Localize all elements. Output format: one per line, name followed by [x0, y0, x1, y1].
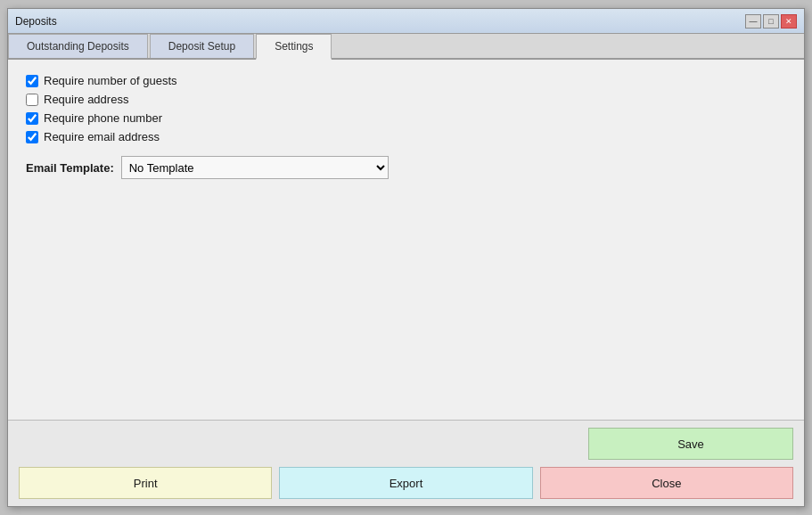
close-window-button[interactable]: ✕ — [781, 14, 797, 29]
tab-bar: Outstanding Deposits Deposit Setup Setti… — [8, 34, 804, 60]
footer-area: Save Print Export Close — [8, 420, 804, 506]
title-bar-buttons: — □ ✕ — [745, 14, 797, 29]
require-phone-checkbox[interactable] — [26, 112, 38, 125]
bottom-buttons: Print Export Close — [19, 467, 793, 499]
export-button[interactable]: Export — [279, 467, 532, 499]
minimize-button[interactable]: — — [745, 14, 761, 29]
require-phone-label: Require phone number — [44, 111, 162, 125]
require-email-checkbox[interactable] — [26, 131, 38, 143]
tab-deposit-setup[interactable]: Deposit Setup — [150, 34, 254, 58]
save-row: Save — [19, 428, 793, 460]
require-guests-row: Require number of guests — [26, 74, 786, 87]
tab-outstanding-deposits[interactable]: Outstanding Deposits — [8, 34, 148, 58]
tab-settings[interactable]: Settings — [256, 34, 332, 60]
save-button[interactable]: Save — [588, 428, 793, 460]
require-guests-label: Require number of guests — [44, 74, 177, 87]
close-button[interactable]: Close — [540, 467, 793, 499]
deposits-window: Deposits — □ ✕ Outstanding Deposits Depo… — [7, 8, 805, 507]
email-template-select[interactable]: No Template — [121, 156, 389, 179]
require-address-row: Require address — [26, 93, 786, 106]
require-email-row: Require email address — [26, 130, 786, 143]
require-guests-checkbox[interactable] — [26, 75, 38, 87]
require-address-label: Require address — [44, 93, 128, 106]
require-phone-row: Require phone number — [26, 111, 786, 125]
print-button[interactable]: Print — [19, 467, 272, 499]
title-bar: Deposits — □ ✕ — [8, 9, 804, 34]
email-template-label: Email Template: — [26, 161, 114, 175]
maximize-button[interactable]: □ — [763, 14, 779, 29]
require-address-checkbox[interactable] — [26, 94, 38, 106]
require-email-label: Require email address — [44, 130, 160, 143]
window-title: Deposits — [15, 15, 57, 28]
settings-content: Require number of guests Require address… — [8, 60, 804, 420]
email-template-row: Email Template: No Template — [26, 156, 786, 179]
